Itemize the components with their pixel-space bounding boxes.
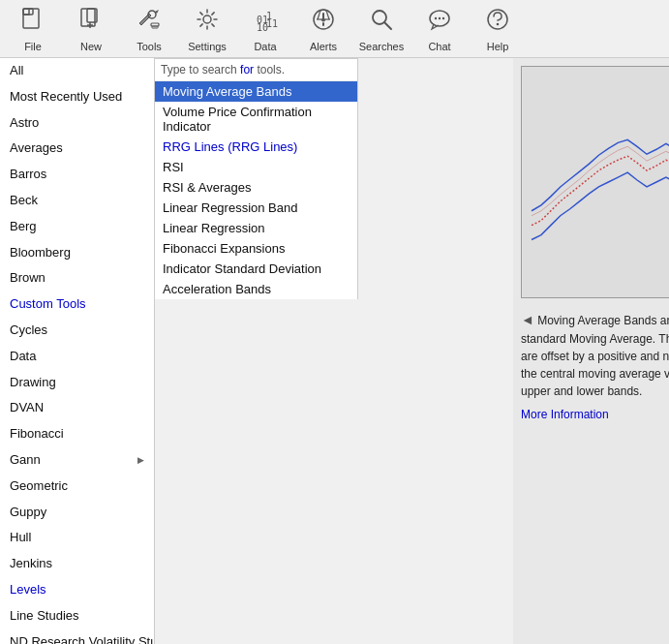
sidebar-item-beck[interactable]: Beck [0,188,154,214]
tools-icon [136,6,163,39]
svg-rect-0 [23,9,39,28]
sidebar-item-mru[interactable]: Most Recently Used [0,84,154,110]
toolbar-alerts[interactable]: Alerts [294,2,352,56]
tool-item-acceleration-bands[interactable]: Acceleration Bands [155,279,357,299]
tool-item-linear-regression-band[interactable]: Linear Regression Band [155,198,357,218]
category-sidebar: All Most Recently Used Astro Averages Ba… [0,58,155,644]
toolbar-settings[interactable]: Settings [178,2,236,56]
toolbar: File New Tools Settings [0,0,669,58]
sidebar-item-hull[interactable]: Hull [0,525,154,551]
sidebar-item-jenkins[interactable]: Jenkins [0,551,154,577]
sidebar-item-nd-research[interactable]: ND Research Volatility Studi [0,629,154,644]
svg-point-22 [497,22,500,25]
sidebar-item-berg[interactable]: Berg [0,214,154,240]
toolbar-file[interactable]: File [4,2,62,56]
sidebar-item-astro[interactable]: Astro [0,110,154,137]
data-icon: 01 10 1 11 [252,6,279,39]
main-area: All Most Recently Used Astro Averages Ba… [0,58,669,644]
sidebar-item-barros[interactable]: Barros [0,162,154,188]
chart-preview [521,66,669,298]
more-info-link[interactable]: More Information [521,406,609,423]
toolbar-searches[interactable]: Searches [352,2,411,56]
file-icon [19,6,46,39]
sidebar-item-averages[interactable]: Averages [0,136,154,162]
content-area: ◄ Moving Average Bands are based on a st… [513,58,669,644]
toolbar-searches-label: Searches [359,41,404,52]
toolbar-alerts-label: Alerts [310,41,337,52]
arrow-left-icon: ◄ [521,312,534,327]
sidebar-item-brown[interactable]: Brown [0,265,154,291]
svg-rect-23 [522,67,669,297]
tools-panel: Type to search for tools. Moving Average… [155,58,358,299]
sidebar-item-cycles[interactable]: Cycles [0,318,154,344]
svg-point-19 [439,16,441,18]
tool-item-fibonacci-expansions[interactable]: Fibonacci Expansions [155,238,357,259]
svg-rect-6 [152,26,158,28]
toolbar-help-label: Help [487,41,509,52]
sidebar-item-line-studies[interactable]: Line Studies [0,603,154,629]
svg-point-7 [203,15,211,23]
tool-item-vpci[interactable]: Volume Price Confirmation Indicator [155,102,357,137]
toolbar-data[interactable]: 01 10 1 11 Data [236,2,294,56]
tool-item-rsi[interactable]: RSI [155,157,357,177]
svg-line-16 [384,22,391,29]
sidebar-item-geometric[interactable]: Geometric [0,474,154,500]
searches-icon [368,6,395,39]
help-icon [484,6,511,39]
sidebar-item-data[interactable]: Data [0,344,154,370]
svg-point-18 [435,16,437,18]
sidebar-item-all[interactable]: All [0,58,154,84]
tool-item-indicator-std-dev[interactable]: Indicator Standard Deviation [155,259,357,279]
tool-item-rrg-lines[interactable]: RRG Lines (RRG Lines) [155,137,357,157]
toolbar-new[interactable]: New [62,2,120,56]
search-hint: Type to search for tools. [155,59,357,81]
toolbar-tools-label: Tools [137,41,162,52]
alerts-icon [310,6,337,39]
tool-item-rsi-averages[interactable]: RSI & Averages [155,177,357,198]
sidebar-item-gann[interactable]: Gann [0,447,154,474]
svg-rect-2 [81,9,95,26]
description-text: Moving Average Bands are based on a stan… [521,314,669,398]
toolbar-file-label: File [24,41,42,52]
sidebar-item-levels[interactable]: Levels [0,577,154,603]
tool-item-moving-average-bands[interactable]: Moving Average Bands [155,81,357,102]
svg-rect-1 [23,9,33,15]
tool-item-linear-regression[interactable]: Linear Regression [155,218,357,238]
toolbar-data-label: Data [254,41,276,52]
sidebar-item-drawing[interactable]: Drawing [0,370,154,396]
sidebar-item-dvan[interactable]: DVAN [0,395,154,421]
sidebar-item-custom-tools[interactable]: Custom Tools [0,291,154,318]
toolbar-help[interactable]: Help [469,2,527,56]
toolbar-chat[interactable]: Chat [411,2,469,56]
description-area: ◄ Moving Average Bands are based on a st… [521,306,669,427]
chat-icon [426,6,453,39]
sidebar-item-fibonacci[interactable]: Fibonacci [0,421,154,447]
svg-text:11: 11 [266,18,278,29]
toolbar-settings-label: Settings [188,41,227,52]
sidebar-item-guppy[interactable]: Guppy [0,500,154,526]
svg-point-20 [442,16,444,18]
new-icon [77,6,105,39]
toolbar-chat-label: Chat [428,41,450,52]
toolbar-new-label: New [80,41,102,52]
sidebar-item-bloomberg[interactable]: Bloomberg [0,240,154,266]
toolbar-tools[interactable]: Tools [120,2,178,56]
settings-icon [194,6,221,39]
